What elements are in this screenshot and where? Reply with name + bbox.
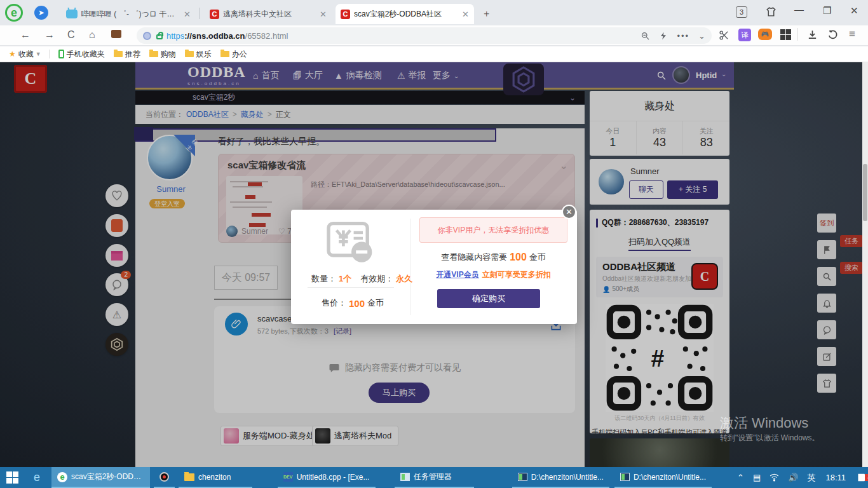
notification-badge: 4 bbox=[865, 474, 868, 481]
notification-center-icon[interactable]: 4 bbox=[857, 473, 868, 482]
oddba-favicon: C bbox=[210, 10, 219, 19]
ssl-lock-icon bbox=[156, 34, 163, 39]
apps-grid-icon[interactable] bbox=[780, 29, 791, 40]
console-icon bbox=[620, 473, 630, 481]
console-icon bbox=[518, 473, 527, 481]
vip-notice: 你非VIP用户，无法享受折扣优惠 bbox=[419, 217, 567, 243]
taskbar-item-console-2[interactable]: D:\chenziton\Untitle... bbox=[614, 467, 712, 488]
restore-button[interactable]: ❐ bbox=[823, 5, 831, 17]
bookmark-folder-entertainment[interactable]: 娱乐 bbox=[185, 49, 212, 60]
flash-icon[interactable] bbox=[659, 31, 668, 41]
taskbar-item-devcpp[interactable]: DEV Untitled8.cpp - [Exe... bbox=[278, 467, 376, 488]
validity-label: 有效期： bbox=[360, 273, 393, 285]
browser-assistant-icon[interactable]: ➤ bbox=[34, 6, 48, 20]
tray-wifi-icon[interactable] bbox=[770, 473, 779, 482]
price-value: 100 bbox=[349, 298, 365, 309]
tray-expand-icon[interactable]: ⌃ bbox=[737, 473, 744, 482]
folder-icon bbox=[220, 51, 229, 57]
back-icon[interactable]: ← bbox=[20, 29, 31, 41]
folder-icon bbox=[185, 51, 194, 57]
task-manager-icon bbox=[400, 473, 410, 481]
menu-hamburger-icon[interactable]: ≡ bbox=[849, 28, 855, 41]
activate-windows-watermark: 激活 Windows bbox=[720, 414, 808, 433]
url-path: /65582.html bbox=[245, 31, 288, 41]
tray-volume-icon[interactable]: 🔊 bbox=[788, 473, 798, 482]
phone-icon bbox=[58, 50, 64, 58]
taskbar-item-browser[interactable]: e scav宝箱2秒-ODDB... bbox=[51, 467, 150, 488]
more-tools-icon[interactable]: ••• bbox=[677, 31, 689, 41]
folder-icon bbox=[114, 51, 123, 57]
tab-close-icon[interactable]: ✕ bbox=[320, 10, 327, 19]
close-button[interactable]: ✕ bbox=[850, 5, 858, 17]
devcpp-icon: DEV bbox=[283, 472, 293, 482]
game-center-icon[interactable]: 🎮 bbox=[758, 29, 772, 40]
forward-icon[interactable]: → bbox=[44, 29, 55, 41]
refresh-icon[interactable]: C bbox=[67, 29, 75, 41]
tab-scav-active[interactable]: C scav宝箱2秒-ODDBA社区 ✕ bbox=[336, 4, 474, 24]
translate-icon[interactable]: 译 bbox=[738, 29, 751, 41]
favorites-button[interactable]: ★ 收藏 ▼ bbox=[9, 49, 41, 60]
modal-close-icon[interactable]: ✕ bbox=[562, 205, 576, 219]
bookmark-folder-office[interactable]: 办公 bbox=[220, 49, 247, 60]
scrollbar-thumb[interactable] bbox=[863, 164, 867, 221]
taskbar-item-folder[interactable]: chenziton bbox=[179, 467, 252, 488]
minimize-button[interactable]: — bbox=[794, 4, 804, 15]
tab-bilibili[interactable]: 哔哩哔哩 ( ゜- ゜)つロ 干杯~-b... ✕ bbox=[61, 4, 196, 24]
new-tab-button[interactable]: ＋ bbox=[482, 8, 491, 20]
taskbar-item-taskmgr[interactable]: 任务管理器 bbox=[395, 467, 474, 488]
bilibili-icon bbox=[66, 10, 78, 18]
favorites-label: 收藏 bbox=[18, 49, 34, 60]
page-viewport: ODDBA sns.oddba.cn ⌂首页 🗐大厅 ▲病毒检测 ⚠举报 更多⌄… bbox=[0, 62, 868, 467]
skin-tshirt-icon[interactable] bbox=[766, 6, 776, 17]
folder-icon bbox=[184, 473, 194, 481]
taskbar-item-recorder[interactable] bbox=[154, 467, 175, 488]
address-bar[interactable]: https://sns.oddba.cn/65582.html ••• ⌄ bbox=[137, 27, 712, 44]
price-label: 售价： bbox=[322, 297, 346, 309]
activate-windows-watermark-sub: 转到"设置"以激活 Windows。 bbox=[720, 433, 820, 444]
tab-tarkov-community[interactable]: C 逃离塔科夫中文社区 ✕ bbox=[205, 4, 332, 24]
tab-close-icon[interactable]: ✕ bbox=[184, 10, 191, 19]
open-vip-link[interactable]: 开通VIP会员 bbox=[436, 269, 478, 280]
bookmark-folder-recommend[interactable]: 推荐 bbox=[114, 49, 140, 60]
taskbar-item-console-1[interactable]: D:\chenziton\Untitle... bbox=[512, 467, 609, 488]
history-undo-icon[interactable] bbox=[827, 29, 838, 40]
tray-clock[interactable]: 18:11 bbox=[825, 473, 846, 482]
need-amount: 100 bbox=[510, 252, 527, 263]
recorder-icon bbox=[159, 472, 169, 482]
tab-count-badge[interactable]: 3 bbox=[736, 6, 747, 18]
home-icon[interactable]: ⌂ bbox=[89, 29, 95, 41]
coupon-icon bbox=[326, 221, 377, 267]
url-scheme: https bbox=[166, 31, 184, 41]
screenshot-scissors-icon[interactable] bbox=[719, 30, 729, 41]
windows-taskbar: e e scav宝箱2秒-ODDB... chenziton DEV Untit… bbox=[0, 467, 868, 488]
reader-mode-icon[interactable] bbox=[143, 32, 151, 40]
modal-divider bbox=[410, 219, 410, 315]
confirm-purchase-button[interactable]: 确定购买 bbox=[437, 289, 540, 308]
tab-close-icon[interactable]: ✕ bbox=[462, 10, 469, 19]
bookmark-folder-shopping[interactable]: 购物 bbox=[149, 49, 176, 60]
browser-logo-icon[interactable]: e bbox=[5, 4, 23, 22]
addressbar-dropdown-icon[interactable]: ⌄ bbox=[698, 31, 705, 41]
oddba-favicon: C bbox=[341, 10, 350, 19]
browser-green-icon: e bbox=[57, 472, 67, 482]
bookmark-mobile-favorites[interactable]: 手机收藏夹 bbox=[58, 49, 105, 60]
url-host: ://sns.oddba.cn bbox=[184, 31, 245, 41]
find-in-page-icon[interactable] bbox=[641, 31, 650, 41]
browser-tab-bar: e ➤ 哔哩哔哩 ( ゜- ゜)つロ 干杯~-b... ✕ C 逃离塔科夫中文社… bbox=[0, 0, 868, 25]
need-unit: 金币 bbox=[529, 252, 546, 263]
qty-value: 1个 bbox=[339, 273, 351, 285]
tab-separator bbox=[200, 8, 200, 19]
tray-language[interactable]: 英 bbox=[807, 472, 815, 484]
ie-icon[interactable]: e bbox=[34, 471, 40, 484]
tray-battery-icon[interactable]: ▤ bbox=[753, 473, 761, 482]
downloads-icon[interactable] bbox=[807, 29, 818, 40]
validity-value: 永久 bbox=[396, 273, 412, 285]
price-unit: 金币 bbox=[367, 297, 384, 309]
briefcase-icon[interactable] bbox=[111, 30, 121, 38]
scrollbar-track[interactable] bbox=[862, 62, 868, 467]
screen: e ➤ 哔哩哔哩 ( ゜- ゜)つロ 干杯~-b... ✕ C 逃离塔科夫中文社… bbox=[0, 0, 868, 488]
folder-icon bbox=[149, 51, 158, 57]
start-button[interactable] bbox=[6, 471, 18, 484]
bookmarks-bar: ★ 收藏 ▼ 手机收藏夹 推荐 购物 娱乐 办公 bbox=[0, 46, 868, 62]
need-prefix: 查看隐藏内容需要 bbox=[441, 252, 507, 263]
